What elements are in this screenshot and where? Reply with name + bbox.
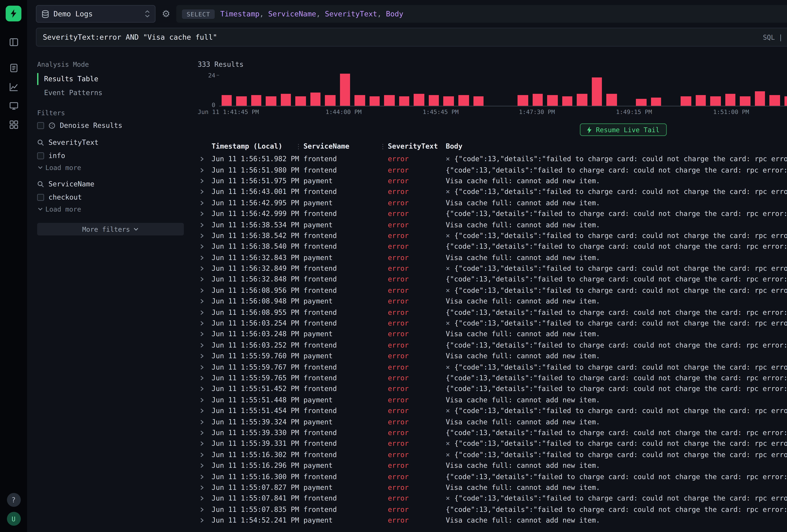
- histogram-bar[interactable]: [681, 97, 691, 106]
- histogram-bar[interactable]: [577, 94, 587, 106]
- app-logo-icon[interactable]: [6, 6, 21, 21]
- info-checkbox[interactable]: [37, 152, 44, 159]
- histogram-bar[interactable]: [325, 95, 335, 106]
- table-row[interactable]: Jun 11 1:56:42.999 PMfrontenderror{"code…: [198, 208, 787, 219]
- table-row[interactable]: Jun 11 1:56:08.956 PMfrontenderror×{"cod…: [198, 285, 787, 296]
- row-expander-icon[interactable]: [198, 397, 212, 403]
- user-avatar[interactable]: U: [7, 512, 20, 526]
- table-row[interactable]: Jun 11 1:55:51.448 PMpaymenterrorVisa ca…: [198, 395, 787, 405]
- table-row[interactable]: Jun 11 1:55:16.300 PMfrontenderror{"code…: [198, 471, 787, 482]
- gear-icon[interactable]: ⚙: [162, 9, 170, 19]
- table-row[interactable]: Jun 11 1:55:39.331 PMfrontenderror×{"cod…: [198, 438, 787, 449]
- filter-option-checkout[interactable]: checkout: [37, 193, 184, 201]
- row-expander-icon[interactable]: [198, 496, 212, 501]
- row-expander-icon[interactable]: [198, 255, 212, 260]
- row-expander-icon[interactable]: [198, 419, 212, 425]
- table-row[interactable]: Jun 11 1:56:32.848 PMfrontenderror{"code…: [198, 274, 787, 285]
- table-row[interactable]: Jun 11 1:56:03.254 PMfrontenderror×{"cod…: [198, 318, 787, 329]
- table-row[interactable]: Jun 11 1:56:08.955 PMfrontenderror{"code…: [198, 307, 787, 318]
- histogram-bar[interactable]: [340, 74, 350, 106]
- col-header-servicename[interactable]: ServiceName: [303, 142, 349, 150]
- row-expander-icon[interactable]: [198, 320, 212, 326]
- row-expander-icon[interactable]: [198, 310, 212, 315]
- table-row[interactable]: Jun 11 1:54:52.241 PMpaymenterrorVisa ca…: [198, 515, 787, 526]
- panels-icon[interactable]: [8, 37, 19, 47]
- query-language-toggle[interactable]: SQL | Lucene: [763, 34, 787, 41]
- table-row[interactable]: Jun 11 1:56:42.995 PMpaymenterrorVisa ca…: [198, 197, 787, 208]
- row-expander-icon[interactable]: [198, 156, 212, 162]
- histogram-bar[interactable]: [458, 95, 469, 106]
- table-row[interactable]: Jun 11 1:56:08.948 PMpaymenterrorVisa ca…: [198, 296, 787, 307]
- row-expander-icon[interactable]: [198, 299, 212, 304]
- row-expander-icon[interactable]: [198, 222, 212, 228]
- row-expander-icon[interactable]: [198, 332, 212, 337]
- col-header-body[interactable]: Body: [446, 142, 463, 150]
- table-row[interactable]: Jun 11 1:55:59.760 PMpaymenterrorVisa ca…: [198, 351, 787, 362]
- histogram-bar[interactable]: [518, 95, 528, 106]
- search-input[interactable]: SeverityText:error AND "Visa cache full"…: [36, 28, 787, 47]
- histogram-bar[interactable]: [473, 97, 484, 106]
- table-row[interactable]: Jun 11 1:55:51.454 PMfrontenderror×{"cod…: [198, 405, 787, 417]
- table-row[interactable]: Jun 11 1:55:16.302 PMfrontenderror×{"cod…: [198, 449, 787, 460]
- histogram-bar[interactable]: [651, 98, 661, 106]
- row-expander-icon[interactable]: [198, 277, 212, 282]
- search-logs-icon[interactable]: [8, 62, 19, 73]
- histogram-bar[interactable]: [755, 91, 765, 106]
- histogram-bar[interactable]: [636, 99, 646, 106]
- results-histogram[interactable]: 24 0 Jun 11 1:41:45 PM1:44:00 PM1:45:45 …: [198, 74, 787, 116]
- table-row[interactable]: Jun 11 1:55:07.827 PMpaymenterrorVisa ca…: [198, 482, 787, 493]
- histogram-bar[interactable]: [310, 92, 321, 106]
- sessions-icon[interactable]: [8, 100, 19, 111]
- table-row[interactable]: Jun 11 1:56:03.252 PMfrontenderror{"code…: [198, 340, 787, 351]
- histogram-bar[interactable]: [429, 95, 439, 106]
- table-row[interactable]: Jun 11 1:56:38.542 PMfrontenderror×{"cod…: [198, 230, 787, 241]
- table-row[interactable]: Jun 11 1:56:51.980 PMfrontenderror{"code…: [198, 165, 787, 176]
- table-row[interactable]: Jun 11 1:56:03.248 PMpaymenterrorVisa ca…: [198, 329, 787, 340]
- row-expander-icon[interactable]: [198, 244, 212, 250]
- histogram-bar[interactable]: [592, 78, 602, 106]
- table-row[interactable]: Jun 11 1:56:43.001 PMfrontenderror×{"cod…: [198, 187, 787, 197]
- resume-live-tail-button[interactable]: Resume Live Tail: [580, 123, 666, 136]
- row-expander-icon[interactable]: [198, 178, 212, 184]
- histogram-bar[interactable]: [784, 97, 787, 106]
- select-clause-input[interactable]: SELECT Timestamp, ServiceName, SeverityT…: [177, 5, 787, 23]
- mode-lucene[interactable]: Lucene: [786, 34, 787, 41]
- row-expander-icon[interactable]: [198, 189, 212, 195]
- table-row[interactable]: Jun 11 1:55:59.765 PMfrontenderror{"code…: [198, 373, 787, 384]
- row-expander-icon[interactable]: [198, 342, 212, 348]
- dashboards-icon[interactable]: [8, 119, 19, 130]
- row-expander-icon[interactable]: [198, 430, 212, 436]
- histogram-bar[interactable]: [710, 97, 721, 106]
- row-expander-icon[interactable]: [198, 386, 212, 392]
- row-expander-icon[interactable]: [198, 463, 212, 469]
- col-header-severitytext[interactable]: SeverityText: [388, 142, 438, 150]
- table-row[interactable]: Jun 11 1:56:51.975 PMpaymenterrorVisa ca…: [198, 175, 787, 187]
- help-button[interactable]: ?: [7, 493, 20, 507]
- mode-sql[interactable]: SQL: [763, 34, 775, 41]
- row-expander-icon[interactable]: [198, 211, 212, 217]
- load-more-severitytext[interactable]: Load more: [38, 164, 184, 171]
- histogram-bar[interactable]: [444, 97, 454, 106]
- column-resize-grip[interactable]: ⋮: [378, 143, 388, 150]
- histogram-bar[interactable]: [547, 95, 558, 106]
- table-row[interactable]: Jun 11 1:55:59.767 PMfrontenderror×{"cod…: [198, 362, 787, 373]
- denoise-checkbox[interactable]: [37, 122, 44, 129]
- row-expander-icon[interactable]: [198, 353, 212, 359]
- row-expander-icon[interactable]: [198, 474, 212, 480]
- table-row[interactable]: Jun 11 1:55:39.330 PMfrontenderror{"code…: [198, 427, 787, 438]
- table-row[interactable]: Jun 11 1:55:39.324 PMpaymenterrorVisa ca…: [198, 417, 787, 427]
- table-row[interactable]: Jun 11 1:56:51.982 PMfrontenderror×{"cod…: [198, 154, 787, 165]
- histogram-bar[interactable]: [295, 97, 306, 106]
- load-more-servicename[interactable]: Load more: [38, 205, 184, 213]
- row-expander-icon[interactable]: [198, 517, 212, 523]
- col-header-timestamp[interactable]: Timestamp (Local): [212, 142, 282, 150]
- histogram-bar[interactable]: [740, 97, 750, 106]
- row-expander-icon[interactable]: [198, 485, 212, 490]
- histogram-bar[interactable]: [251, 95, 261, 106]
- more-filters-button[interactable]: More filters: [37, 223, 184, 235]
- row-expander-icon[interactable]: [198, 441, 212, 447]
- chart-explorer-icon[interactable]: [8, 81, 19, 92]
- row-expander-icon[interactable]: [198, 167, 212, 173]
- row-expander-icon[interactable]: [198, 507, 212, 512]
- histogram-bar[interactable]: [399, 97, 409, 106]
